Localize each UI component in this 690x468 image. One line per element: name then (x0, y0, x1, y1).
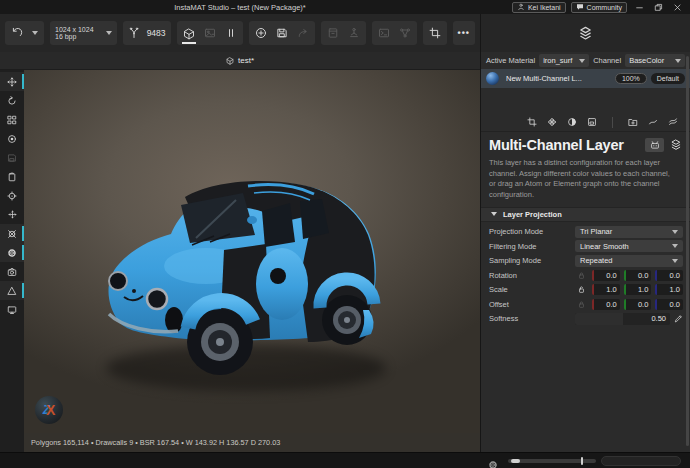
resolution-dropdown[interactable]: 1024 x 1024 16 bpp (50, 21, 117, 45)
app-window: InstaMAT Studio – test (New Package)* Ke… (0, 0, 690, 468)
crop-layer-icon[interactable] (527, 117, 537, 127)
active-material-value: iron_surf (543, 56, 572, 65)
offset-lock-button[interactable] (575, 300, 588, 309)
move-icon (7, 77, 17, 87)
panel-scrollbar[interactable] (686, 56, 689, 446)
layers-icon[interactable] (578, 26, 593, 41)
model-3d-car[interactable] (24, 70, 480, 433)
console-button[interactable] (377, 26, 391, 40)
minimize-button[interactable] (632, 1, 646, 13)
softness-slider[interactable]: 0.50 (575, 313, 670, 325)
wireframe-toggle-button[interactable] (0, 224, 24, 243)
scale-y-field[interactable]: 1.0 (624, 284, 652, 295)
add-button[interactable] (254, 26, 268, 40)
view-2d-button[interactable] (203, 26, 217, 40)
scale-z-field[interactable]: 1.0 (655, 284, 683, 295)
triangle-icon (7, 286, 17, 296)
scale-x-field[interactable]: 1.0 (592, 284, 620, 295)
move-tool-button[interactable] (0, 72, 24, 91)
camera-button[interactable] (0, 262, 24, 281)
chevron-down-icon (672, 230, 678, 234)
viewport-settings-gear[interactable] (488, 456, 498, 468)
projection-mode-dropdown[interactable]: Tri Planar (575, 226, 683, 238)
scene-tree-button[interactable] (347, 26, 361, 40)
more-dots-icon: ••• (458, 28, 470, 38)
more-button[interactable]: ••• (453, 21, 475, 45)
undo-history-button[interactable] (31, 30, 39, 36)
camera-icon (7, 267, 17, 277)
undo-button[interactable] (10, 26, 24, 40)
offset-y-field[interactable]: 0.0 (624, 299, 652, 310)
pan-button[interactable] (0, 205, 24, 224)
layer-row[interactable]: New Multi-Channel L... 100% Default (481, 69, 690, 88)
filtering-mode-label: Filtering Mode (489, 242, 575, 251)
softness-edit-button[interactable] (674, 314, 683, 323)
offset-z-field[interactable]: 0.0 (655, 299, 683, 310)
scale-lock-button[interactable] (575, 285, 588, 294)
save-button[interactable] (275, 26, 289, 40)
bake-button[interactable] (326, 26, 340, 40)
view-3d-button[interactable] (182, 27, 196, 44)
viewport-3d[interactable]: Z X (24, 70, 480, 433)
scale-tool-button[interactable] (0, 110, 24, 129)
snapshot-button[interactable] (0, 148, 24, 167)
rotation-z-field[interactable]: 0.0 (655, 270, 683, 281)
pattern-icon[interactable] (547, 117, 557, 127)
channel-dropdown[interactable]: BaseColor (625, 54, 685, 67)
folder-plus-icon[interactable] (628, 117, 638, 127)
bottom-input-field[interactable] (601, 456, 681, 466)
zoom-slider[interactable] (508, 459, 596, 463)
export-button[interactable] (296, 26, 310, 40)
graph-button[interactable] (398, 26, 412, 40)
crop-icon (429, 27, 441, 39)
layer-opacity[interactable]: 100% (615, 73, 647, 84)
focus-button[interactable] (0, 186, 24, 205)
material-channel-row: Active Material iron_surf Channel BaseCo… (481, 52, 690, 69)
rotation-lock-button[interactable] (575, 271, 588, 280)
rotation-x-field[interactable]: 0.0 (592, 270, 620, 281)
image-mask-icon[interactable] (587, 117, 597, 127)
viewport-settings-button[interactable] (0, 243, 24, 262)
channel-label: Channel (593, 56, 621, 65)
spline-layers-icon[interactable] (668, 117, 678, 127)
pencil-icon (674, 314, 683, 323)
pan-cross-icon (8, 210, 17, 219)
close-button[interactable] (670, 1, 684, 13)
section-layer-projection[interactable]: Layer Projection (481, 207, 690, 222)
maximize-button[interactable] (651, 1, 665, 13)
projection-mode-label: Projection Mode (489, 227, 575, 236)
layers-icon[interactable] (670, 139, 682, 151)
chevron-down-icon (579, 59, 585, 63)
zx-watermark-logo: Z X (35, 396, 63, 424)
community-button[interactable]: Community (571, 2, 627, 13)
softness-slider-fill (575, 313, 623, 325)
preview-toggle-button[interactable] (645, 138, 664, 152)
clipboard-icon (7, 172, 17, 182)
display-button[interactable] (0, 300, 24, 319)
pause-button[interactable] (224, 26, 238, 40)
filtering-mode-value: Linear Smooth (580, 242, 629, 251)
pivot-tool-button[interactable] (0, 129, 24, 148)
plus-circle-icon (255, 27, 267, 39)
contrast-icon[interactable] (567, 117, 577, 127)
spline-layer-icon[interactable] (648, 117, 658, 127)
filtering-mode-dropdown[interactable]: Linear Smooth (575, 240, 683, 252)
layer-blend-mode[interactable]: Default (651, 73, 685, 84)
geometry-toggle-button[interactable] (0, 281, 24, 300)
focus-icon (7, 191, 17, 201)
rotate-tool-button[interactable] (0, 91, 24, 110)
offset-x-field[interactable]: 0.0 (592, 299, 620, 310)
sampling-mode-dropdown[interactable]: Repeated (575, 255, 683, 267)
viewport-tab[interactable]: test* (238, 56, 254, 65)
seed-control[interactable]: 9483 (123, 21, 171, 45)
node-graph-icon (399, 27, 411, 39)
user-account-button[interactable]: Kei Iketani (512, 2, 566, 13)
rotation-y-field[interactable]: 0.0 (624, 270, 652, 281)
chevron-down-icon (106, 31, 112, 35)
zoom-slider-handle[interactable] (581, 457, 583, 465)
clipboard-button[interactable] (0, 167, 24, 186)
active-material-dropdown[interactable]: iron_surf (539, 54, 589, 67)
crop-button[interactable] (428, 26, 442, 40)
rotation-label: Rotation (489, 271, 575, 280)
tv-robot-icon (650, 140, 660, 150)
